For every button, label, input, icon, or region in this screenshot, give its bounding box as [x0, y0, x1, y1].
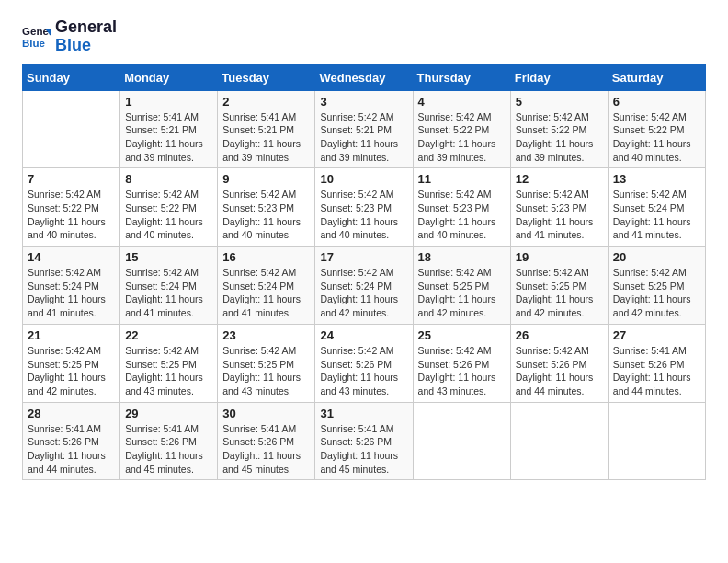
week-row-5: 28Sunrise: 5:41 AMSunset: 5:26 PMDayligh…	[23, 402, 706, 480]
day-info: Sunrise: 5:42 AMSunset: 5:23 PMDaylight:…	[320, 188, 407, 242]
day-number: 8	[125, 172, 212, 186]
day-cell: 7Sunrise: 5:42 AMSunset: 5:22 PMDaylight…	[23, 168, 120, 247]
day-info: Sunrise: 5:42 AMSunset: 5:23 PMDaylight:…	[418, 188, 506, 242]
day-cell: 29Sunrise: 5:41 AMSunset: 5:26 PMDayligh…	[120, 402, 218, 480]
col-header-thursday: Thursday	[413, 64, 510, 90]
day-cell	[510, 402, 608, 480]
day-cell: 25Sunrise: 5:42 AMSunset: 5:26 PMDayligh…	[413, 324, 510, 402]
day-cell: 24Sunrise: 5:42 AMSunset: 5:26 PMDayligh…	[315, 324, 413, 402]
day-info: Sunrise: 5:41 AMSunset: 5:21 PMDaylight:…	[222, 110, 310, 165]
day-info: Sunrise: 5:42 AMSunset: 5:24 PMDaylight:…	[28, 266, 115, 320]
col-header-monday: Monday	[120, 64, 218, 90]
col-header-friday: Friday	[510, 64, 608, 90]
day-info: Sunrise: 5:42 AMSunset: 5:25 PMDaylight:…	[613, 266, 700, 320]
day-info: Sunrise: 5:42 AMSunset: 5:22 PMDaylight:…	[516, 110, 603, 165]
col-header-wednesday: Wednesday	[315, 64, 413, 90]
day-cell: 8Sunrise: 5:42 AMSunset: 5:22 PMDaylight…	[120, 168, 218, 247]
day-cell: 15Sunrise: 5:42 AMSunset: 5:24 PMDayligh…	[120, 247, 218, 325]
day-number: 28	[28, 407, 115, 420]
day-info: Sunrise: 5:41 AMSunset: 5:26 PMDaylight:…	[28, 422, 115, 477]
day-cell: 3Sunrise: 5:42 AMSunset: 5:21 PMDaylight…	[315, 90, 413, 168]
day-info: Sunrise: 5:41 AMSunset: 5:26 PMDaylight:…	[320, 422, 407, 477]
day-cell: 11Sunrise: 5:42 AMSunset: 5:23 PMDayligh…	[413, 168, 510, 247]
week-row-3: 14Sunrise: 5:42 AMSunset: 5:24 PMDayligh…	[23, 247, 706, 325]
day-number: 14	[28, 250, 115, 264]
logo-icon: General Blue	[22, 22, 51, 52]
day-info: Sunrise: 5:42 AMSunset: 5:24 PMDaylight:…	[222, 266, 310, 320]
day-info: Sunrise: 5:42 AMSunset: 5:26 PMDaylight:…	[418, 344, 506, 398]
logo: General Blue GeneralBlue	[22, 18, 117, 55]
day-number: 6	[613, 95, 700, 109]
day-cell: 30Sunrise: 5:41 AMSunset: 5:26 PMDayligh…	[218, 402, 315, 480]
day-number: 5	[516, 95, 603, 109]
day-cell: 17Sunrise: 5:42 AMSunset: 5:24 PMDayligh…	[315, 247, 413, 325]
day-info: Sunrise: 5:42 AMSunset: 5:23 PMDaylight:…	[516, 188, 603, 242]
day-number: 22	[125, 328, 212, 342]
day-info: Sunrise: 5:42 AMSunset: 5:21 PMDaylight:…	[320, 110, 407, 165]
day-cell: 31Sunrise: 5:41 AMSunset: 5:26 PMDayligh…	[315, 402, 413, 480]
day-info: Sunrise: 5:41 AMSunset: 5:21 PMDaylight:…	[125, 110, 212, 165]
day-cell: 22Sunrise: 5:42 AMSunset: 5:25 PMDayligh…	[120, 324, 218, 402]
day-info: Sunrise: 5:42 AMSunset: 5:23 PMDaylight:…	[222, 188, 310, 242]
day-info: Sunrise: 5:42 AMSunset: 5:25 PMDaylight:…	[125, 344, 212, 398]
day-cell	[608, 402, 705, 480]
day-number: 13	[613, 172, 700, 186]
day-info: Sunrise: 5:42 AMSunset: 5:25 PMDaylight:…	[516, 266, 603, 320]
col-header-tuesday: Tuesday	[218, 64, 315, 90]
day-info: Sunrise: 5:41 AMSunset: 5:26 PMDaylight:…	[222, 422, 310, 477]
day-cell: 12Sunrise: 5:42 AMSunset: 5:23 PMDayligh…	[510, 168, 608, 247]
day-cell	[23, 90, 120, 168]
header-row: SundayMondayTuesdayWednesdayThursdayFrid…	[23, 64, 706, 90]
day-number: 11	[418, 172, 506, 186]
svg-text:Blue: Blue	[22, 37, 46, 48]
day-number: 20	[613, 250, 700, 264]
day-info: Sunrise: 5:42 AMSunset: 5:25 PMDaylight:…	[418, 266, 506, 320]
day-cell: 2Sunrise: 5:41 AMSunset: 5:21 PMDaylight…	[218, 90, 315, 168]
week-row-1: 1Sunrise: 5:41 AMSunset: 5:21 PMDaylight…	[23, 90, 706, 168]
day-number: 25	[418, 328, 506, 342]
day-info: Sunrise: 5:42 AMSunset: 5:24 PMDaylight:…	[320, 266, 407, 320]
day-cell: 28Sunrise: 5:41 AMSunset: 5:26 PMDayligh…	[23, 402, 120, 480]
day-cell: 4Sunrise: 5:42 AMSunset: 5:22 PMDaylight…	[413, 90, 510, 168]
calendar-table: SundayMondayTuesdayWednesdayThursdayFrid…	[22, 64, 706, 481]
day-cell: 18Sunrise: 5:42 AMSunset: 5:25 PMDayligh…	[413, 247, 510, 325]
day-number: 30	[222, 407, 310, 420]
day-info: Sunrise: 5:42 AMSunset: 5:24 PMDaylight:…	[613, 188, 700, 242]
day-cell: 1Sunrise: 5:41 AMSunset: 5:21 PMDaylight…	[120, 90, 218, 168]
day-info: Sunrise: 5:42 AMSunset: 5:26 PMDaylight:…	[320, 344, 407, 398]
day-cell: 23Sunrise: 5:42 AMSunset: 5:25 PMDayligh…	[218, 324, 315, 402]
day-number: 1	[125, 95, 212, 109]
day-info: Sunrise: 5:42 AMSunset: 5:22 PMDaylight:…	[613, 110, 700, 165]
day-number: 31	[320, 407, 407, 420]
day-info: Sunrise: 5:42 AMSunset: 5:26 PMDaylight:…	[516, 344, 603, 398]
day-number: 4	[418, 95, 506, 109]
day-cell: 16Sunrise: 5:42 AMSunset: 5:24 PMDayligh…	[218, 247, 315, 325]
day-number: 18	[418, 250, 506, 264]
day-info: Sunrise: 5:41 AMSunset: 5:26 PMDaylight:…	[613, 344, 700, 398]
day-cell: 20Sunrise: 5:42 AMSunset: 5:25 PMDayligh…	[608, 247, 705, 325]
day-info: Sunrise: 5:42 AMSunset: 5:25 PMDaylight:…	[28, 344, 115, 398]
week-row-2: 7Sunrise: 5:42 AMSunset: 5:22 PMDaylight…	[23, 168, 706, 247]
day-info: Sunrise: 5:42 AMSunset: 5:22 PMDaylight:…	[418, 110, 506, 165]
day-number: 9	[222, 172, 310, 186]
day-number: 7	[28, 172, 115, 186]
col-header-saturday: Saturday	[608, 64, 705, 90]
col-header-sunday: Sunday	[23, 64, 120, 90]
day-cell: 9Sunrise: 5:42 AMSunset: 5:23 PMDaylight…	[218, 168, 315, 247]
day-number: 16	[222, 250, 310, 264]
day-cell	[413, 402, 510, 480]
day-number: 26	[516, 328, 603, 342]
day-info: Sunrise: 5:42 AMSunset: 5:24 PMDaylight:…	[125, 266, 212, 320]
day-number: 15	[125, 250, 212, 264]
day-number: 24	[320, 328, 407, 342]
logo-text: GeneralBlue	[55, 18, 117, 55]
day-cell: 21Sunrise: 5:42 AMSunset: 5:25 PMDayligh…	[23, 324, 120, 402]
day-number: 12	[516, 172, 603, 186]
day-number: 2	[222, 95, 310, 109]
day-cell: 26Sunrise: 5:42 AMSunset: 5:26 PMDayligh…	[510, 324, 608, 402]
day-info: Sunrise: 5:42 AMSunset: 5:25 PMDaylight:…	[222, 344, 310, 398]
day-number: 17	[320, 250, 407, 264]
day-number: 27	[613, 328, 700, 342]
day-cell: 10Sunrise: 5:42 AMSunset: 5:23 PMDayligh…	[315, 168, 413, 247]
day-cell: 27Sunrise: 5:41 AMSunset: 5:26 PMDayligh…	[608, 324, 705, 402]
